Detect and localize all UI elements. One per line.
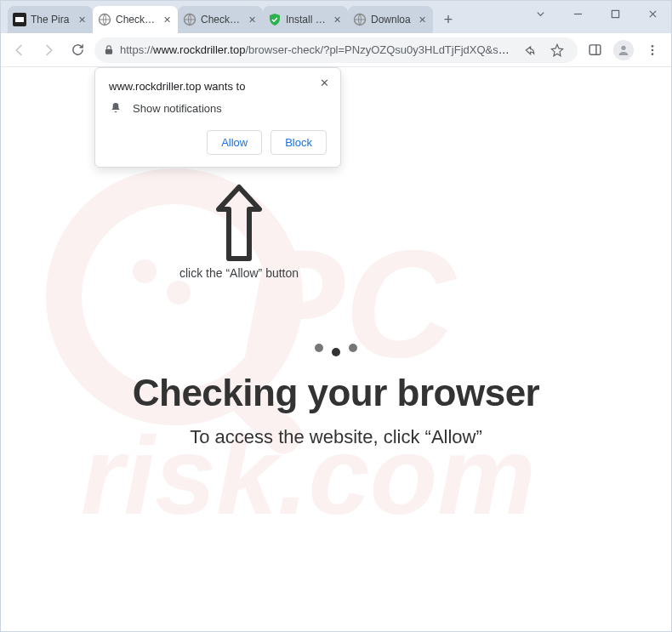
close-icon[interactable]: ✕ — [76, 14, 88, 26]
shield-icon — [268, 13, 282, 26]
menu-button[interactable] — [641, 38, 664, 62]
tab-title: Install Ex — [286, 14, 327, 26]
tab-checking-2[interactable]: Checking ✕ — [178, 6, 263, 33]
page-body: Checking your browser To access the webs… — [1, 348, 671, 448]
tab-download[interactable]: Downloa ✕ — [348, 6, 433, 33]
toolbar: https://www.rockdriller.top/browser-chec… — [1, 33, 671, 67]
close-icon[interactable]: ✕ — [161, 14, 173, 26]
url-text: https://www.rockdriller.top/browser-chec… — [120, 43, 511, 56]
back-button[interactable] — [8, 38, 31, 62]
arrow-hint: click the “Allow” button — [179, 182, 299, 280]
titlebar: The Pira ✕ Checking ✕ Checking ✕ Install… — [1, 1, 671, 33]
close-icon[interactable]: ✕ — [331, 14, 343, 26]
avatar-icon — [613, 40, 634, 60]
tab-title: The Pira — [31, 14, 71, 26]
permission-label: Show notifications — [133, 102, 222, 115]
permission-row: Show notifications — [109, 101, 327, 115]
globe-icon — [353, 13, 367, 26]
profile-avatar[interactable] — [612, 38, 635, 62]
svg-rect-6 — [105, 48, 112, 54]
bell-icon — [109, 101, 122, 115]
permission-origin-text: www.rockdriller.top wants to — [109, 80, 327, 93]
tab-pirate[interactable]: The Pira ✕ — [8, 6, 93, 33]
permission-actions: Allow Block — [109, 130, 327, 155]
svg-point-11 — [652, 48, 654, 51]
notification-permission-popup: ✕ www.rockdriller.top wants to Show noti… — [94, 67, 341, 168]
tab-title: Checking — [201, 14, 242, 26]
svg-point-15 — [133, 259, 157, 283]
reload-button[interactable] — [65, 38, 89, 62]
share-icon[interactable] — [516, 38, 540, 62]
lock-icon — [103, 44, 115, 56]
close-window-button[interactable] — [634, 1, 671, 26]
site-icon — [13, 13, 26, 26]
tab-install-ext[interactable]: Install Ex ✕ — [263, 6, 348, 33]
close-icon[interactable]: ✕ — [416, 14, 428, 26]
block-button[interactable]: Block — [271, 130, 327, 155]
svg-point-10 — [652, 45, 654, 48]
tab-title: Downloa — [371, 14, 412, 26]
svg-rect-5 — [612, 10, 618, 17]
minimize-button[interactable] — [559, 1, 596, 26]
loading-dots-icon — [1, 348, 671, 356]
tab-strip: The Pira ✕ Checking ✕ Checking ✕ Install… — [8, 4, 460, 33]
page-subheading: To access the website, click “Allow” — [1, 426, 671, 448]
page-content: risk.com PC ✕ www.rockdriller.top wants … — [1, 67, 671, 631]
allow-button[interactable]: Allow — [207, 130, 262, 155]
forward-button[interactable] — [37, 38, 60, 62]
tab-title: Checking — [116, 14, 157, 26]
close-icon[interactable]: ✕ — [246, 14, 258, 26]
maximize-button[interactable] — [596, 1, 634, 26]
close-icon[interactable]: ✕ — [316, 75, 332, 90]
globe-icon — [183, 13, 196, 26]
globe-icon — [98, 13, 111, 26]
star-icon[interactable] — [545, 38, 569, 62]
address-bar[interactable]: https://www.rockdriller.top/browser-chec… — [94, 37, 578, 63]
plus-icon: + — [444, 11, 453, 29]
page-heading: Checking your browser — [1, 372, 671, 414]
side-panel-icon[interactable] — [583, 38, 607, 62]
svg-point-12 — [652, 53, 654, 55]
window-controls — [521, 1, 671, 26]
arrow-caption: click the “Allow” button — [179, 266, 299, 280]
new-tab-button[interactable]: + — [436, 8, 460, 31]
svg-point-16 — [167, 281, 191, 305]
svg-point-9 — [621, 45, 625, 49]
arrow-up-icon — [214, 182, 265, 263]
svg-rect-7 — [589, 45, 601, 54]
tab-checking-1[interactable]: Checking ✕ — [93, 6, 178, 33]
svg-rect-1 — [15, 17, 24, 22]
chevron-down-icon[interactable] — [521, 1, 559, 26]
